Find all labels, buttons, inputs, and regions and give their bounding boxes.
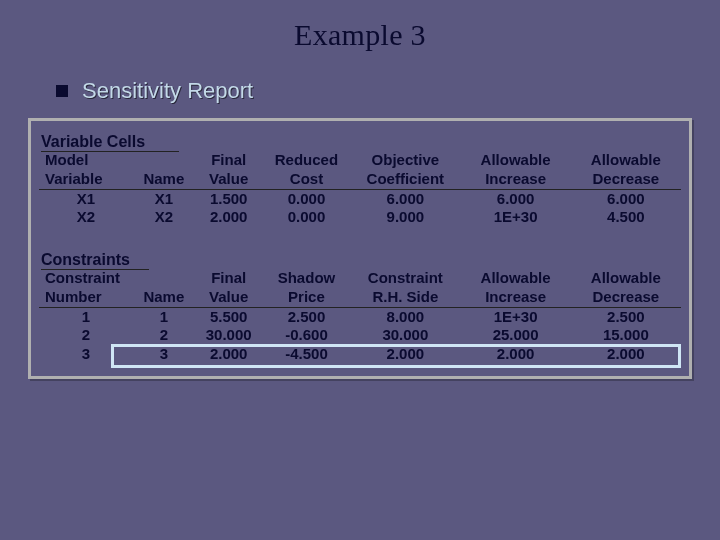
col-name	[133, 151, 195, 170]
table-row: 1 1 5.500 2.500 8.000 1E+30 2.500	[39, 307, 681, 326]
table-row: X2 X2 2.000 0.000 9.000 1E+30 4.500	[39, 208, 681, 227]
col-reduced-cost: Reduced	[263, 151, 351, 170]
col-shadow-price: Shadow	[263, 269, 351, 288]
col-allow-dec: Allowable	[571, 269, 681, 288]
table-row: 3 3 2.000 -4.500 2.000 2.000 2.000	[39, 345, 681, 364]
col-model-variable: Model	[39, 151, 133, 170]
col-allow-dec: Allowable	[571, 151, 681, 170]
subheading: Sensitivity Report	[56, 78, 692, 104]
col-constraint-number: Constraint	[39, 269, 133, 288]
section-label-variable-cells: Variable Cells	[41, 133, 179, 152]
constraints-table: Constraint Final Shadow Constraint Allow…	[39, 269, 681, 364]
table-row: 2 2 30.000 -0.600 30.000 25.000 15.000	[39, 326, 681, 345]
variable-cells-table: Model Final Reduced Objective Allowable …	[39, 151, 681, 227]
col-allow-inc: Allowable	[460, 269, 570, 288]
col-name	[133, 269, 195, 288]
page-title: Example 3	[28, 18, 692, 52]
spacer	[39, 227, 681, 249]
col-rhs: Constraint	[350, 269, 460, 288]
col-final-value: Final	[195, 151, 263, 170]
table-header-row: Constraint Final Shadow Constraint Allow…	[39, 269, 681, 288]
table-row: X1 X1 1.500 0.000 6.000 6.000 6.000	[39, 189, 681, 208]
section-label-constraints: Constraints	[41, 251, 149, 270]
col-final-value: Final	[195, 269, 263, 288]
slide: Example 3 Sensitivity Report Variable Ce…	[0, 0, 720, 540]
report-box: Variable Cells Model Final Reduced Objec…	[28, 118, 692, 379]
col-obj-coef: Objective	[350, 151, 460, 170]
subheading-text: Sensitivity Report	[82, 78, 253, 104]
table-header-row: Model Final Reduced Objective Allowable …	[39, 151, 681, 170]
table-header-row: Number Name Value Price R.H. Side Increa…	[39, 288, 681, 307]
table-header-row: Variable Name Value Cost Coefficient Inc…	[39, 170, 681, 189]
col-allow-inc: Allowable	[460, 151, 570, 170]
square-bullet-icon	[56, 85, 68, 97]
